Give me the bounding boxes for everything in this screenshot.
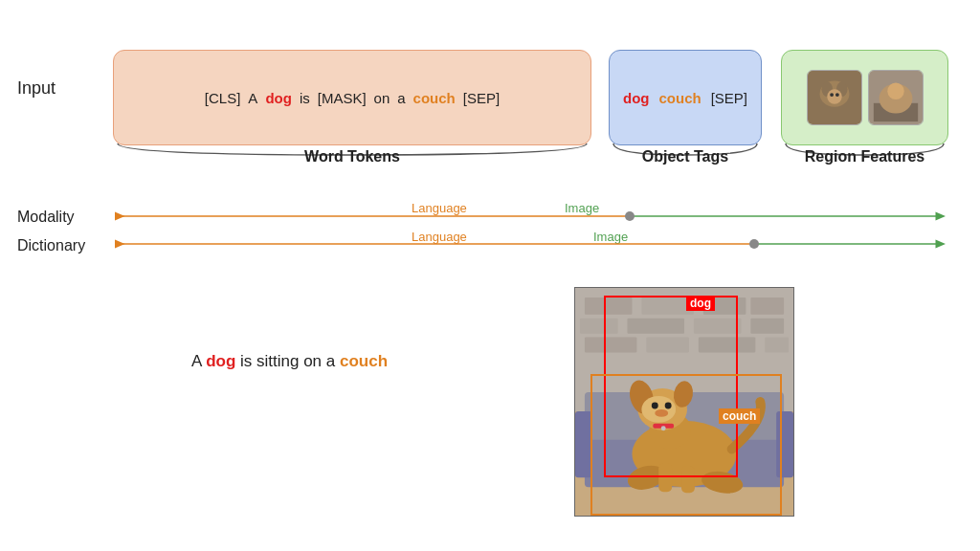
token-on: on: [374, 90, 390, 106]
token-a: A: [248, 90, 257, 106]
region-features-label: Region Features: [781, 148, 948, 165]
word-tokens-label: Word Tokens: [113, 148, 591, 165]
dictionary-label: Dictionary: [17, 237, 85, 254]
bbox-dog-label: dog: [686, 296, 715, 311]
bbox-couch: [590, 374, 782, 516]
svg-point-16: [749, 239, 759, 249]
svg-rect-30: [765, 338, 789, 353]
region-thumb-1: [807, 70, 862, 125]
tag-dog: dog: [623, 90, 650, 106]
caption-text: A dog is sitting on a couch: [191, 352, 388, 371]
tag-sep: [SEP]: [711, 90, 747, 106]
word-tokens-box: [CLS] A dog is [MASK] on a couch [SEP]: [113, 50, 591, 145]
object-tags-label: Object Tags: [609, 148, 762, 165]
token-couch: couch: [413, 90, 456, 106]
svg-rect-26: [750, 319, 784, 334]
svg-rect-22: [750, 298, 784, 315]
object-tags-box: dog couch [SEP]: [609, 50, 762, 145]
caption-middle: is sitting on a: [235, 352, 340, 370]
svg-point-5: [830, 93, 834, 97]
region-features-box: [781, 50, 948, 145]
token-is: is: [300, 90, 310, 106]
token-sep: [SEP]: [463, 90, 500, 106]
modality-label: Modality: [17, 209, 75, 226]
svg-point-10: [887, 83, 903, 99]
input-label: Input: [17, 78, 56, 99]
bbox-couch-label: couch: [719, 408, 760, 424]
diagram-container: Input [CLS] A dog is [MASK] on a couch […: [0, 0, 980, 551]
modality-arrows: [113, 206, 947, 227]
token-dog: dog: [265, 90, 292, 106]
token-cls: [CLS]: [205, 90, 241, 106]
svg-point-4: [827, 89, 841, 103]
caption-dog: dog: [206, 352, 235, 370]
region-thumb-2: [868, 70, 924, 125]
token-mask: [MASK]: [318, 90, 367, 106]
token-a2: a: [397, 90, 405, 106]
tag-couch: couch: [658, 90, 701, 106]
svg-point-13: [625, 211, 635, 221]
dog-image: dog couch: [574, 287, 794, 517]
dictionary-arrows: [113, 233, 947, 254]
caption-prefix: A: [191, 352, 206, 370]
svg-point-6: [835, 93, 838, 97]
caption-couch: couch: [340, 352, 388, 370]
